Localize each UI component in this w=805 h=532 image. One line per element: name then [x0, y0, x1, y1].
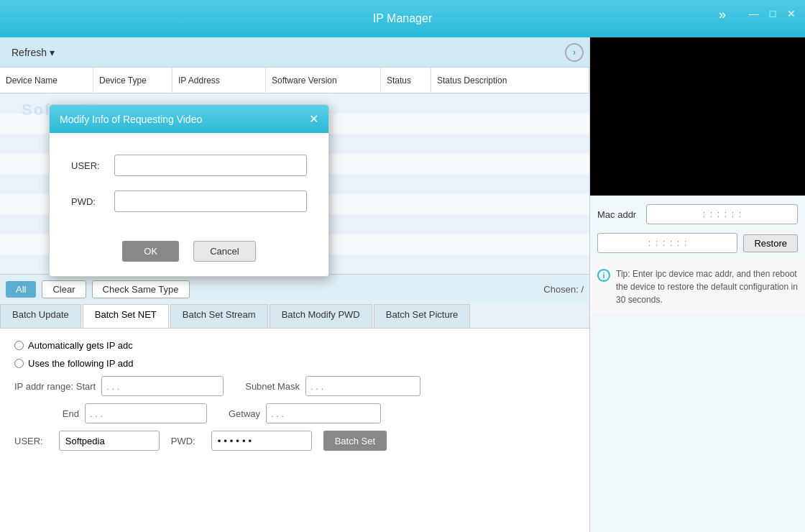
modal-overlay: Modify Info of Requesting Video ✕ USER: …: [0, 0, 805, 532]
modal-header: Modify Info of Requesting Video ✕: [50, 105, 328, 133]
modal-ok-button[interactable]: OK: [122, 241, 179, 262]
modal-cancel-button[interactable]: Cancel: [193, 241, 255, 262]
modal-footer: OK Cancel: [50, 241, 328, 276]
modal-user-input[interactable]: [114, 155, 307, 176]
modal-pwd-label: PWD:: [71, 196, 114, 207]
modal-user-label: USER:: [71, 160, 114, 171]
modal-body: USER: PWD:: [50, 133, 328, 241]
modal-close-button[interactable]: ✕: [309, 112, 318, 126]
modal-pwd-field: PWD:: [71, 191, 307, 212]
modal-user-field: USER:: [71, 155, 307, 176]
modal-title: Modify Info of Requesting Video: [60, 114, 202, 125]
modal-pwd-input[interactable]: [114, 191, 307, 212]
modal-dialog: Modify Info of Requesting Video ✕ USER: …: [49, 104, 329, 277]
